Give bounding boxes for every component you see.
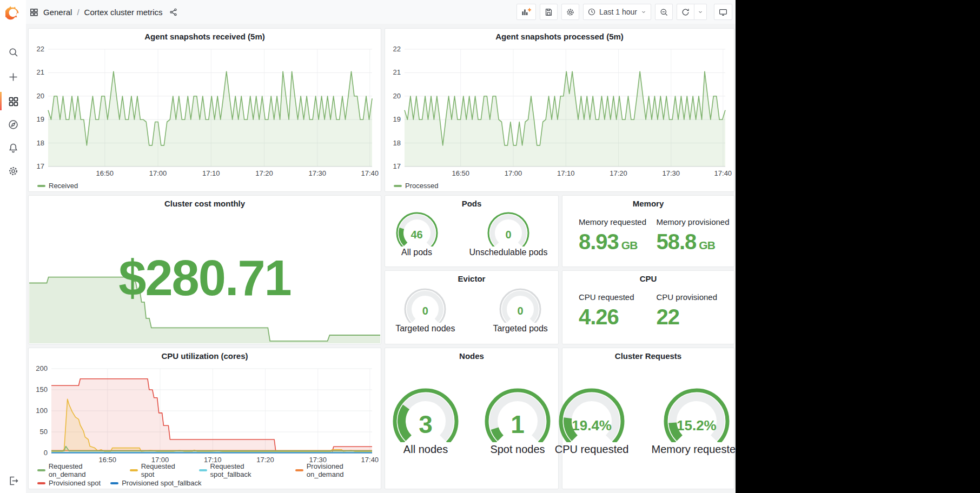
screen-letterbox [736, 0, 980, 493]
legend-label: Provisioned spot_fallback [122, 479, 201, 487]
panel-cpu: CPU CPU requested 4.26 CPU provisioned 2… [562, 270, 734, 344]
svg-text:100: 100 [36, 407, 48, 415]
gauge-value: 15.2% [664, 388, 730, 434]
refresh-interval-dropdown[interactable] [694, 4, 707, 20]
refresh-icon [681, 8, 690, 17]
sidebar-item-alerting[interactable] [0, 138, 26, 157]
gauge-memory-requested: 15.2%Memory requested [652, 388, 742, 456]
svg-text:150: 150 [36, 385, 48, 394]
legend-row: Processed [394, 182, 438, 190]
dashboard-grid-icon [29, 8, 38, 17]
dashboard-settings-button[interactable] [561, 4, 579, 20]
time-range-picker[interactable]: Last 1 hour [583, 4, 651, 20]
legend-label: Received [49, 182, 78, 190]
sidebar [0, 0, 26, 493]
legend-item[interactable]: Requested spot [130, 462, 189, 478]
timeseries-processed[interactable]: 16:5017:0017:1017:2017:3017:401718192021… [387, 45, 732, 178]
breadcrumb: General / Cortex cluster metrics [26, 8, 178, 17]
add-panel-button[interactable] [517, 4, 536, 20]
svg-text:17:10: 17:10 [202, 169, 220, 177]
panel-title[interactable]: Pods [385, 196, 558, 211]
gauge-spot-nodes: 1Spot nodes [485, 388, 551, 456]
sidebar-item-explore[interactable] [0, 115, 26, 134]
plus-icon [8, 71, 19, 83]
legend-item[interactable]: Requested spot_fallback [199, 462, 286, 478]
legend-item[interactable]: Provisioned on_demand [295, 462, 381, 478]
sidebar-item-search[interactable] [0, 43, 26, 61]
legend-item[interactable]: Provisioned spot_fallback [110, 479, 201, 487]
grafana-logo[interactable] [5, 3, 21, 21]
legend-row: Requested on_demandRequested spotRequest… [37, 462, 381, 478]
panel-title[interactable]: CPU utilization (cores) [29, 348, 381, 363]
legend-label: Processed [405, 182, 438, 190]
panel-title[interactable]: Agent snapshots received (5m) [29, 29, 381, 44]
legend-row: Provisioned spotProvisioned spot_fallbac… [37, 479, 381, 487]
refresh-group [677, 4, 707, 20]
gauge-value: 0 [404, 288, 446, 317]
legend-item[interactable]: Received [37, 182, 78, 190]
legend-label: Requested spot_fallback [210, 462, 286, 478]
gauge-label: Targeted nodes [395, 324, 455, 334]
pods-gauges: 46All pods0Unschedulable pods [385, 211, 558, 257]
svg-text:17:00: 17:00 [505, 169, 522, 177]
gauge-cpu-requested: 19.4%CPU requested [555, 388, 629, 456]
nav-actions: Last 1 hour [517, 4, 736, 20]
stat-value: 8.93 [579, 230, 619, 254]
legend-label: Requested spot [141, 462, 189, 478]
gauge-label: All pods [401, 248, 432, 257]
refresh-button[interactable] [677, 4, 694, 20]
grafana-window: General / Cortex cluster metrics [0, 0, 736, 493]
panel-cpu-utilization: CPU utilization (cores) 16:5017:0017:101… [28, 348, 381, 489]
legend-item[interactable]: Processed [394, 182, 438, 190]
gauge-all-pods: 46All pods [396, 212, 438, 257]
tv-mode-button[interactable] [714, 4, 732, 20]
legend-item[interactable]: Requested on_demand [37, 462, 120, 478]
panel-cluster-requests: Cluster Requests 19.4%CPU requested15.2%… [562, 348, 734, 489]
svg-text:17:30: 17:30 [308, 169, 326, 177]
sign-in-icon [8, 475, 19, 487]
gauge-value: 0 [499, 288, 541, 317]
svg-text:18: 18 [393, 139, 401, 147]
breadcrumb-separator: / [77, 8, 79, 17]
save-dashboard-button[interactable] [540, 4, 558, 20]
panel-title[interactable]: Evictor [385, 271, 558, 286]
stat-value: 58.8 [657, 230, 697, 254]
sidebar-item-configuration[interactable] [0, 162, 26, 180]
chart-legend: Processed [394, 182, 438, 190]
panel-title[interactable]: CPU [562, 271, 734, 286]
svg-text:17:30: 17:30 [663, 169, 680, 177]
breadcrumb-section[interactable]: General [43, 8, 72, 17]
zoom-out-icon [659, 8, 668, 17]
gauge-label: CPU requested [555, 443, 629, 456]
breadcrumb-title[interactable]: Cortex cluster metrics [84, 8, 163, 17]
panel-title[interactable]: Memory [562, 196, 734, 211]
sidebar-item-sign-in[interactable] [0, 471, 26, 490]
svg-text:20: 20 [37, 92, 44, 100]
share-icon[interactable] [169, 8, 178, 17]
panel-title[interactable]: Nodes [385, 348, 558, 363]
navbar: General / Cortex cluster metrics [26, 0, 736, 24]
svg-text:17:40: 17:40 [714, 169, 732, 177]
timeseries-received[interactable]: 16:5017:0017:1017:2017:3017:401718192021… [31, 45, 379, 178]
legend-swatch [110, 482, 118, 484]
compass-icon [8, 119, 19, 130]
stat-value: 22 [657, 305, 680, 329]
save-icon [544, 8, 553, 17]
svg-text:20: 20 [393, 92, 401, 100]
gauge-value: 19.4% [559, 388, 625, 434]
legend-item[interactable]: Provisioned spot [37, 479, 101, 487]
sidebar-item-create[interactable] [0, 68, 26, 86]
svg-text:17:00: 17:00 [149, 169, 167, 177]
timeseries-cpu-utilization[interactable]: 16:5017:0017:1017:2017:3017:400501001502… [31, 364, 379, 465]
sidebar-item-dashboards[interactable] [0, 92, 26, 110]
panel-title[interactable]: Cluster cost monthly [29, 196, 381, 211]
gauge-label: Unschedulable pods [469, 248, 548, 257]
legend-row: Received [37, 182, 78, 190]
panel-title[interactable]: Agent snapshots processed (5m) [385, 29, 734, 44]
svg-text:22: 22 [393, 45, 401, 53]
zoom-out-button[interactable] [655, 4, 673, 20]
panel-title[interactable]: Cluster Requests [562, 348, 734, 363]
stat-unit: GB [621, 239, 638, 251]
svg-text:19: 19 [393, 115, 401, 123]
tv-monitor-icon [718, 8, 728, 17]
